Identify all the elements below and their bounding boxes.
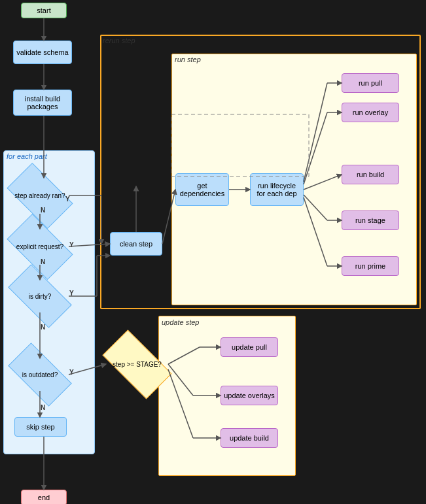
run-overlay-box: run overlay bbox=[342, 103, 399, 122]
end-box: end bbox=[21, 490, 67, 504]
step-already-ran-diamond: step already ran? bbox=[11, 178, 69, 214]
yn-outdated-y: Y bbox=[69, 369, 74, 376]
yn-explicit-n: N bbox=[41, 258, 45, 265]
rerun-step-label: rerun step bbox=[103, 37, 135, 44]
run-lifecycle-box: run lifecycle for each dep bbox=[250, 173, 304, 206]
run-prime-box: run prime bbox=[342, 256, 399, 276]
install-build-box: install build packages bbox=[13, 90, 72, 116]
run-stage-box: run stage bbox=[342, 210, 399, 230]
run-pull-box: run pull bbox=[342, 73, 399, 93]
is-dirty-diamond: is dirty? bbox=[11, 280, 69, 312]
yn-explicit-y: Y bbox=[69, 241, 74, 248]
start-box: start bbox=[21, 3, 67, 18]
yn-dirty-n: N bbox=[41, 324, 45, 331]
update-build-box: update build bbox=[221, 428, 278, 448]
is-outdated-diamond: is outdated? bbox=[11, 358, 69, 391]
clean-step-box: clean step bbox=[110, 232, 162, 256]
get-dependencies-box: get dependencies bbox=[175, 173, 229, 206]
explicit-request-diamond: explicit request? bbox=[11, 229, 69, 265]
run-build-box: run build bbox=[342, 165, 399, 184]
yn-step-ran-n: N bbox=[41, 207, 45, 214]
skip-step-box: skip step bbox=[14, 417, 67, 437]
yn-step-ran-y: Y bbox=[65, 195, 70, 203]
update-step-label: update step bbox=[162, 318, 200, 326]
step-ge-stage-diamond: step >= STAGE? bbox=[106, 346, 168, 382]
validate-schema-box: validate schema bbox=[13, 41, 72, 64]
yn-dirty-y: Y bbox=[69, 290, 74, 297]
for-each-part-label: for each part bbox=[7, 152, 47, 160]
update-overlays-box: update overlays bbox=[221, 386, 278, 405]
run-step-label: run step bbox=[175, 56, 201, 63]
update-pull-box: update pull bbox=[221, 337, 278, 357]
yn-outdated-n: N bbox=[41, 404, 45, 411]
